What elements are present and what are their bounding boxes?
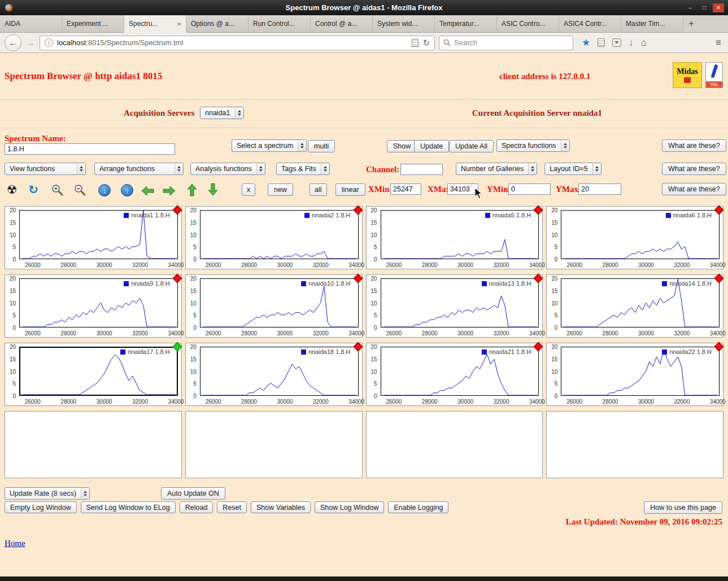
spectrum-panel-nnaida22[interactable]: 051015202600028000300003200034000nnaida2… [546,343,723,406]
reader-mode-icon[interactable] [412,39,419,47]
home-link[interactable]: Home [5,539,25,548]
acquisition-server-select[interactable]: nnaida1 [200,107,244,119]
spectrum-panel-nnaida10[interactable]: 051015202600028000300003200034000nnaida1… [185,274,363,338]
spectra-functions-dropdown[interactable]: Spectra functions [496,139,570,152]
xmax-input[interactable] [447,184,478,195]
forward-button[interactable]: → [25,38,36,47]
midas-logo[interactable]: Midas [673,62,702,88]
x-axis-ticks: 2600028000300003200034000 [19,397,178,405]
browser-tab[interactable]: Run Control... [249,15,311,32]
spectrum-panel-nnaida6[interactable]: 051015202600028000300003200034000nnaida6… [546,206,723,269]
bookmarks-list-icon[interactable] [598,38,605,47]
spectrum-panel-nnaida5[interactable]: 051015202600028000300003200034000nnaida5… [366,206,543,269]
spectrum-panel-nnaida14[interactable]: 051015202600028000300003200034000nnaida1… [546,274,723,338]
x-tick-label: 26000 [203,262,224,268]
y-tick-label: 15 [365,356,377,362]
y-tick-label: 5 [184,312,197,318]
multi-button[interactable]: multi [308,140,335,152]
spectrum-panel-nnaida21[interactable]: 051015202600028000300003200034000nnaida2… [366,343,543,406]
search-bar[interactable] [439,36,573,50]
auto-update-button[interactable]: Auto Update ON [161,487,225,500]
spectrum-panel-nnaida2[interactable]: 051015202600028000300003200034000nnaida2… [185,206,363,269]
downloads-icon[interactable]: ↓ [629,37,634,49]
spectrum-name-input[interactable] [5,143,175,155]
green-up-arrow-icon[interactable] [185,182,199,197]
channel-input[interactable] [400,164,443,175]
green-right-arrow-icon[interactable] [162,184,177,198]
bookmark-star-icon[interactable]: ★ [582,37,590,49]
refresh-icon[interactable]: ↻ [26,182,41,197]
spectrum-panel-nnaida9[interactable]: 051015202600028000300003200034000nnaida9… [5,274,182,338]
update-button[interactable]: Update [414,140,449,152]
browser-tab[interactable]: Master Tim... [621,15,683,32]
what-are-these-button-3[interactable]: What are these? [662,183,726,195]
pocket-icon[interactable] [612,38,621,47]
browser-tab[interactable]: ASIC Contro... [497,15,559,32]
browser-tab[interactable]: Temperatur... [435,15,497,32]
minimize-button[interactable]: – [685,3,696,12]
move-up-icon[interactable]: ↑ [120,183,134,198]
ymax-input[interactable] [578,184,621,195]
new-tab-button[interactable]: + [683,15,699,32]
how-to-use-button[interactable]: How to use this page [644,501,722,514]
show-button[interactable]: Show [387,140,417,152]
analysis-functions-dropdown[interactable]: Analysis functions [190,163,265,175]
radioactive-icon[interactable]: ☢ [5,182,19,197]
green-left-arrow-icon[interactable] [140,184,155,198]
tags-fits-dropdown[interactable]: Tags & Fits [276,163,330,175]
y-tick-label: 5 [184,244,197,250]
update-rate-dropdown[interactable]: Update Rate (8 secs) [5,487,90,500]
xmin-input[interactable] [390,184,421,195]
browser-tab[interactable]: Spectru...× [124,15,186,33]
footer-button-enable-logging[interactable]: Enable Logging [388,501,448,513]
zoom-in-icon[interactable] [50,182,64,197]
select-arrows-icon [561,140,569,151]
linear-button[interactable]: linear [335,184,365,196]
close-button[interactable]: × [713,3,724,12]
new-button[interactable]: new [268,184,293,196]
browser-tab[interactable]: ASIC4 Contr... [559,15,621,32]
zoom-out-icon[interactable] [72,182,87,197]
tcl-logo[interactable]: TCL [705,62,723,88]
view-functions-dropdown[interactable]: View functions [5,163,86,175]
spectrum-panel-nnaida17[interactable]: 051015202600028000300003200034000nnaida1… [5,343,182,406]
browser-tab[interactable]: AIDA [0,15,62,32]
arrange-functions-dropdown[interactable]: Arrange functions [94,163,184,175]
move-down-icon[interactable]: ↓ [97,183,112,198]
maximize-button[interactable]: □ [699,3,710,12]
footer-button-show-variables[interactable]: Show Variables [251,501,311,513]
select-spectrum-dropdown[interactable]: Select a spectrum [232,139,307,152]
all-button[interactable]: all [309,184,327,196]
number-of-galleries-dropdown[interactable]: Number of Galleries [456,163,537,175]
footer-button-empty-log-window[interactable]: Empty Log Window [5,501,77,513]
footer-button-reload[interactable]: Reload [180,501,213,513]
green-down-arrow-icon[interactable] [206,182,220,197]
back-button[interactable]: ← [5,34,21,51]
reload-icon[interactable]: ↻ [422,38,430,48]
ymin-input[interactable] [508,184,551,195]
site-info-icon[interactable]: i [45,38,53,47]
spectrum-panel-nnaida1[interactable]: 051015202600028000300003200034000nnaida1… [5,206,182,269]
browser-tab[interactable]: System wid... [373,15,435,32]
footer-button-reset[interactable]: Reset [217,501,247,513]
what-are-these-button-1[interactable]: What are these? [662,139,726,152]
update-all-button[interactable]: Update All [449,140,494,152]
legend-marker-icon [485,213,490,218]
what-are-these-button-2[interactable]: What are these? [662,163,726,175]
browser-tab[interactable]: Experiment ... [62,15,124,32]
menu-icon[interactable]: ≡ [716,37,723,49]
home-icon[interactable]: ⌂ [641,37,647,49]
layout-id-dropdown[interactable]: Layout ID=5 [544,163,601,175]
tab-close-icon[interactable]: × [177,20,181,28]
spectrum-panel-nnaida18[interactable]: 051015202600028000300003200034000nnaida1… [185,343,363,406]
browser-tab[interactable]: Control @ a... [311,15,373,32]
search-input[interactable] [454,38,569,47]
footer-button-show-log-window[interactable]: Show Log Window [315,501,385,513]
y-tick-label: 20 [545,276,557,282]
url-bar[interactable]: i localhost:8015/Spectrum/Spectrum.tml ↻ [40,36,435,50]
browser-tab[interactable]: Options @ a... [186,15,249,32]
firefox-icon [5,3,13,12]
x-button[interactable]: x [242,184,255,196]
spectrum-panel-nnaida13[interactable]: 051015202600028000300003200034000nnaida1… [366,274,543,338]
footer-button-send-log-window-to-elog[interactable]: Send Log Window to ELog [81,501,176,513]
